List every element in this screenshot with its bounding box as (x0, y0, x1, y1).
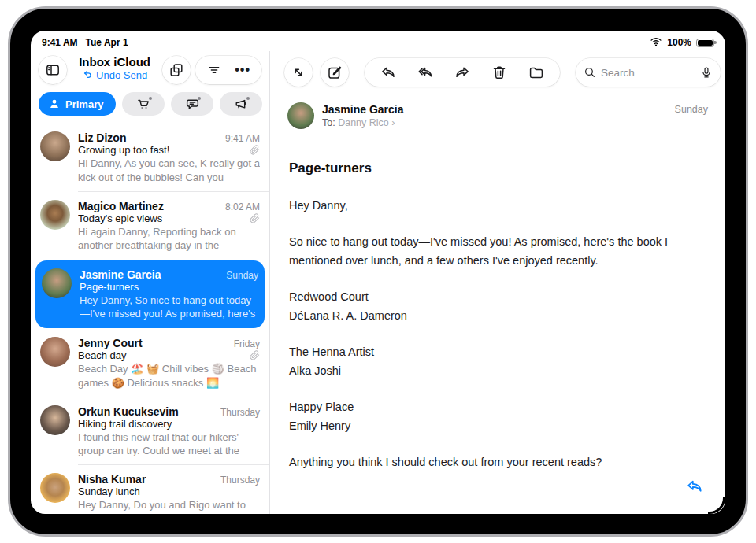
category-pill-primary[interactable]: Primary (39, 92, 116, 116)
message-time: 9:41 AM (225, 133, 260, 144)
battery-percent: 100% (667, 37, 691, 48)
book-recommendation: The Henna Artist Alka Joshi (289, 343, 706, 380)
book-title: Redwood Court (289, 288, 706, 306)
trash-button[interactable] (491, 65, 507, 80)
folder-icon (528, 65, 544, 80)
sender-name: Liz Dizon (78, 131, 219, 144)
mailbox-titlebox: Inbox iCloud Undo Send (72, 55, 158, 84)
message-row-selected[interactable]: Jasmine GarciaSunday Page-turners Hey Da… (35, 260, 265, 328)
message-row[interactable]: Orkun KucuksevimThursday Hiking trail di… (31, 397, 269, 465)
filter-button[interactable] (206, 62, 222, 78)
sidebar-toggle-button[interactable] (39, 56, 67, 84)
message-time: Thursday (220, 407, 260, 418)
message-preview: Hey Danny, So nice to hang out today —I'… (80, 294, 258, 320)
badge-dot (246, 97, 250, 100)
paperclip-icon (250, 350, 260, 360)
paperclip-icon (250, 213, 260, 223)
book-author: Alka Joshi (289, 362, 706, 380)
ipad-bezel: 9:41 AM Tue Apr 1 100% (8, 6, 748, 537)
reply-button[interactable] (380, 65, 396, 80)
forward-button[interactable] (454, 65, 470, 80)
message-row[interactable]: Magico Martinez8:02 AM Today's epic view… (31, 192, 269, 260)
avatar (40, 200, 70, 230)
message-preview: Beach Day 🏖️ 🧺 Chill vibes 🏐 Beach games… (78, 362, 260, 389)
mail-app-screen: 9:41 AM Tue Apr 1 100% (31, 31, 725, 514)
message-body: Hey Danny, So nice to hang out today—I'v… (270, 176, 725, 511)
select-messages-button[interactable] (162, 56, 191, 84)
reply-icon (380, 65, 396, 80)
primary-label: Primary (65, 98, 103, 110)
sender-name: Jasmine Garcia (80, 268, 220, 281)
person-icon (48, 98, 61, 110)
message-subject-title: Page-turners (270, 139, 725, 176)
compose-button[interactable] (321, 58, 349, 87)
avatar (42, 268, 72, 298)
reply-all-icon (417, 65, 433, 80)
sender-name: Nisha Kumar (78, 473, 214, 486)
message-subject: Beach day (78, 349, 243, 361)
status-time: 9:41 AM (42, 37, 78, 48)
undo-send-button[interactable]: Undo Send (82, 69, 147, 82)
paperclip-icon (250, 145, 260, 155)
avatar (40, 131, 70, 161)
filter-icon (206, 62, 222, 78)
reply-arrow-icon (686, 478, 703, 495)
book-recommendation: Redwood Court DéLana R. A. Dameron (289, 288, 706, 325)
reply-all-button[interactable] (417, 65, 433, 80)
message-from: Jasmine Garcia (322, 102, 404, 117)
message-to-line[interactable]: To: Danny Rico › (322, 117, 404, 128)
sender-name: Jenny Court (78, 337, 228, 349)
status-date: Tue Apr 1 (86, 37, 128, 48)
book-title: The Henna Artist (289, 343, 706, 361)
mail-app: Inbox iCloud Undo Send ••• (31, 51, 725, 514)
body-intro: So nice to hang out today—I've missed yo… (289, 233, 706, 270)
avatar (40, 473, 70, 503)
search-input[interactable] (601, 67, 695, 79)
message-date: Sunday (675, 102, 708, 115)
message-row[interactable]: Jenny CourtFriday Beach day Beach Day 🏖️… (31, 329, 269, 397)
book-title: Happy Place (289, 398, 706, 416)
category-pill-updates[interactable] (171, 92, 213, 116)
undo-icon (82, 69, 94, 81)
mic-icon[interactable] (700, 66, 713, 79)
message-toolbar (270, 51, 725, 94)
message-row[interactable]: Nisha KumarThursday Sunday lunch Hey Dan… (31, 465, 269, 514)
category-pill-transactions[interactable] (122, 92, 165, 116)
book-recommendation: Happy Place Emily Henry (289, 398, 706, 435)
category-pill-promotions[interactable] (220, 92, 262, 116)
badge-dot (149, 97, 152, 100)
message-preview: Hi again Danny, Reporting back on anothe… (78, 225, 260, 252)
quick-reply-button[interactable] (686, 478, 703, 495)
message-preview: Hey Danny, Do you and Rigo want to come … (78, 498, 260, 514)
sender-name: Orkun Kucuksevim (78, 405, 214, 418)
message-subject: Hiking trail discovery (78, 418, 260, 430)
body-question: Anything you think I should check out fr… (289, 453, 706, 471)
category-pill-clipped[interactable] (269, 92, 269, 116)
search-icon (584, 66, 596, 79)
message-subject: Sunday lunch (78, 486, 260, 497)
to-recipient: Danny Rico › (338, 117, 395, 128)
message-body-area: Page-turners Hey Danny, So nice to hang … (270, 139, 725, 514)
move-to-folder-button[interactable] (528, 65, 544, 80)
message-actions (365, 58, 560, 87)
message-subject: Growing up too fast! (78, 144, 243, 156)
expand-button[interactable] (284, 58, 313, 87)
sender-avatar (287, 102, 314, 129)
to-label: To: (322, 117, 335, 128)
message-row[interactable]: Liz Dizon9:41 AM Growing up too fast! Hi… (31, 124, 269, 191)
trash-icon (491, 65, 507, 80)
expand-icon (291, 65, 306, 80)
avatar (40, 405, 70, 435)
more-button[interactable]: ••• (235, 64, 250, 76)
body-greeting: Hey Danny, (289, 197, 706, 215)
sidebar-icon (45, 62, 61, 78)
message-preview: Hi Danny, As you can see, K really got a… (78, 157, 260, 183)
status-bar: 9:41 AM Tue Apr 1 100% (31, 31, 725, 51)
badge-dot (198, 97, 201, 100)
avatar (40, 337, 70, 367)
message-time: Sunday (226, 270, 258, 281)
mailbox-tools: ••• (195, 56, 261, 84)
message-list: Liz Dizon9:41 AM Growing up too fast! Hi… (31, 124, 269, 514)
search-field[interactable] (576, 58, 721, 87)
message-time: Thursday (220, 475, 260, 486)
